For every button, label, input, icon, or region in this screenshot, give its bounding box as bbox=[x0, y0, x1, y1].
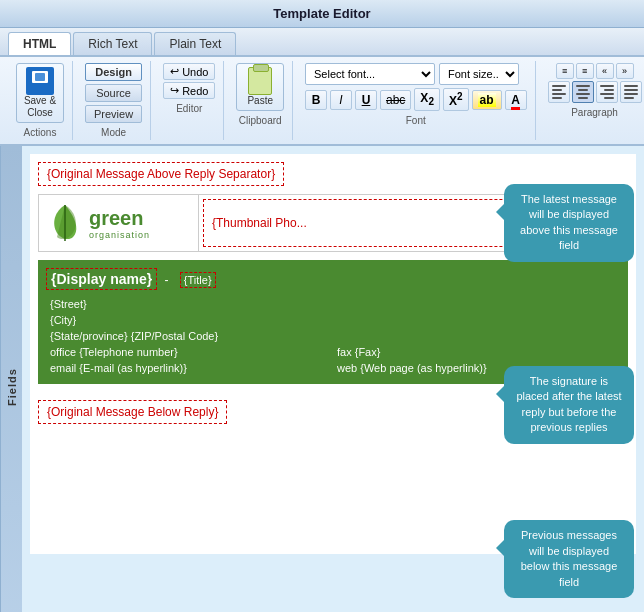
company-leaf-icon bbox=[47, 203, 83, 243]
preview-button[interactable]: Preview bbox=[85, 105, 142, 123]
tab-bar: HTML Rich Text Plain Text bbox=[0, 28, 644, 57]
align-justify-icon bbox=[624, 85, 638, 99]
tooltip-signature-placement: The signature is placed after the latest… bbox=[504, 366, 634, 444]
company-green-label: green bbox=[89, 207, 150, 230]
display-name-field: {Display name} bbox=[46, 268, 157, 290]
tab-plain-text[interactable]: Plain Text bbox=[154, 32, 236, 55]
original-message-below: {Original Message Below Reply} bbox=[38, 400, 227, 424]
title-field: {Title} bbox=[180, 272, 216, 288]
editor-content[interactable]: The latest message will be displayed abo… bbox=[22, 146, 644, 612]
font-family-select[interactable]: Select font... bbox=[305, 63, 435, 85]
sig-row-office-fax: office {Telephone number} fax {Fax} bbox=[46, 344, 620, 360]
redo-arrow-icon: ↪ bbox=[170, 84, 179, 97]
design-button[interactable]: Design bbox=[85, 63, 142, 81]
indent-decrease-button[interactable]: « bbox=[596, 63, 614, 79]
paste-icon bbox=[248, 67, 272, 95]
mode-group-label: Mode bbox=[101, 127, 126, 138]
original-below-text: {Original Message Below Reply} bbox=[47, 405, 218, 419]
city-cell: {City} bbox=[46, 312, 620, 328]
align-icons-group bbox=[548, 81, 642, 103]
tooltip3-text: Previous messages will be displayed belo… bbox=[521, 529, 618, 587]
email-cell: email {E-mail (as hyperlink)} bbox=[46, 360, 333, 376]
list-icons-group: ≡ ≡ « » bbox=[556, 63, 634, 79]
align-justify-button[interactable] bbox=[620, 81, 642, 103]
signature-table: {Street} {City} {State/province} {ZIP/Po… bbox=[46, 296, 620, 376]
company-logo: green organisation bbox=[39, 195, 199, 251]
undo-label: Undo bbox=[182, 66, 208, 78]
strikethrough-button[interactable]: abc bbox=[380, 90, 411, 110]
italic-button[interactable]: I bbox=[330, 90, 352, 110]
subscript-button[interactable]: X2 bbox=[414, 88, 440, 110]
ribbon-group-mode: Design Source Preview Mode bbox=[77, 61, 151, 140]
save-close-label: Save &Close bbox=[24, 95, 56, 119]
unordered-list-button[interactable]: ≡ bbox=[576, 63, 594, 79]
source-button[interactable]: Source bbox=[85, 84, 142, 102]
font-color-button[interactable]: A bbox=[505, 90, 527, 110]
underline-button[interactable]: U bbox=[355, 90, 377, 110]
sig-row-street: {Street} bbox=[46, 296, 620, 312]
align-left-button[interactable] bbox=[548, 81, 570, 103]
dash-separator: - bbox=[165, 273, 169, 287]
redo-button[interactable]: ↪ Redo bbox=[163, 82, 215, 99]
tab-html[interactable]: HTML bbox=[8, 32, 71, 55]
thumbnail-placeholder-text: {Thumbnail Pho... bbox=[212, 216, 307, 230]
undo-button[interactable]: ↩ Undo bbox=[163, 63, 215, 80]
indent-increase-button[interactable]: » bbox=[616, 63, 634, 79]
redo-label: Redo bbox=[182, 85, 208, 97]
align-center-button[interactable] bbox=[572, 81, 594, 103]
superscript-button[interactable]: X2 bbox=[443, 88, 469, 111]
original-message-above: {Original Message Above Reply Separator} bbox=[38, 162, 284, 186]
clipboard-group-label: Clipboard bbox=[239, 115, 282, 126]
tooltip1-text: The latest message will be displayed abo… bbox=[520, 193, 618, 251]
align-right-button[interactable] bbox=[596, 81, 618, 103]
ribbon-group-editor: ↩ Undo ↪ Redo Editor bbox=[155, 61, 224, 140]
mode-buttons: Design Source Preview bbox=[85, 63, 142, 123]
office-cell: office {Telephone number} bbox=[46, 344, 333, 360]
save-close-button[interactable]: Save &Close bbox=[16, 63, 64, 123]
editor-group-label: Editor bbox=[176, 103, 202, 114]
font-color-icon: A bbox=[511, 93, 520, 110]
actions-group-label: Actions bbox=[24, 127, 57, 138]
fields-label: Fields bbox=[6, 368, 18, 406]
state-cell: {State/province} {ZIP/Postal Code} bbox=[46, 328, 620, 344]
align-left-icon bbox=[552, 85, 566, 99]
font-group-label: Font bbox=[406, 115, 426, 126]
ribbon-group-paragraph: ≡ ≡ « » bbox=[540, 61, 644, 140]
bold-button[interactable]: B bbox=[305, 90, 327, 110]
align-right-icon bbox=[600, 85, 614, 99]
paragraph-group-label: Paragraph bbox=[571, 107, 618, 118]
highlight-button[interactable]: ab bbox=[472, 90, 502, 110]
align-center-icon bbox=[576, 85, 590, 99]
title-bar: Template Editor bbox=[0, 0, 644, 28]
save-disk-icon bbox=[26, 67, 54, 95]
tooltip-below-message: Previous messages will be displayed belo… bbox=[504, 520, 634, 598]
tooltip-above-message: The latest message will be displayed abo… bbox=[504, 184, 634, 262]
undo-redo-group: ↩ Undo ↪ Redo bbox=[163, 63, 215, 99]
tooltip2-text: The signature is placed after the latest… bbox=[516, 375, 621, 433]
company-name-block: green organisation bbox=[89, 207, 150, 240]
paste-button[interactable]: Paste bbox=[236, 63, 284, 111]
font-size-select[interactable]: Font size... bbox=[439, 63, 519, 85]
undo-arrow-icon: ↩ bbox=[170, 65, 179, 78]
ribbon-group-clipboard: Paste Clipboard bbox=[228, 61, 293, 140]
ribbon-group-font: Select font... Font size... B I U abc X2… bbox=[297, 61, 536, 140]
fax-cell: fax {Fax} bbox=[333, 344, 620, 360]
sig-row-city: {City} bbox=[46, 312, 620, 328]
sig-row-state: {State/province} {ZIP/Postal Code} bbox=[46, 328, 620, 344]
ordered-list-button[interactable]: ≡ bbox=[556, 63, 574, 79]
ribbon-group-actions: Save &Close Actions bbox=[8, 61, 73, 140]
street-cell: {Street} bbox=[46, 296, 620, 312]
tab-rich-text[interactable]: Rich Text bbox=[73, 32, 152, 55]
paste-label: Paste bbox=[247, 95, 273, 107]
original-above-text: {Original Message Above Reply Separator} bbox=[47, 167, 275, 181]
company-org-label: organisation bbox=[89, 230, 150, 240]
title-label: Template Editor bbox=[273, 6, 370, 21]
highlight-icon: ab bbox=[478, 93, 496, 107]
ribbon: Save &Close Actions Design Source Previe… bbox=[0, 57, 644, 146]
editor-area: Fields The latest message will be displa… bbox=[0, 146, 644, 612]
fields-sidebar: Fields bbox=[0, 146, 22, 612]
